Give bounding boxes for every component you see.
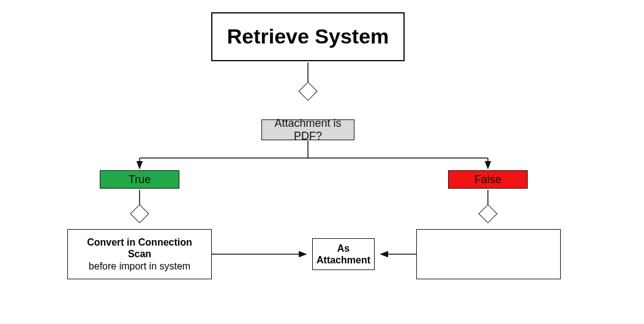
node-true: True	[100, 170, 179, 189]
node-as-attachment-line1: As	[337, 243, 350, 254]
node-as-attachment-line2: Attachment	[316, 254, 370, 266]
node-retrieve-system-label: Retrieve System	[227, 26, 389, 48]
node-false-label: False	[474, 173, 501, 186]
node-convert: Convert in Connection Scan before import…	[67, 229, 212, 279]
node-decision: Attachment is PDF?	[261, 119, 354, 140]
node-false: False	[448, 170, 528, 189]
node-decision-label: Attachment is PDF?	[268, 117, 348, 143]
node-retrieve-system: Retrieve System	[211, 12, 405, 61]
node-true-label: True	[129, 173, 151, 186]
node-false-process	[416, 229, 561, 279]
node-as-attachment: As Attachment	[312, 238, 375, 270]
node-convert-line2: before import in system	[89, 260, 190, 272]
node-convert-line1: Convert in Connection Scan	[74, 236, 205, 260]
